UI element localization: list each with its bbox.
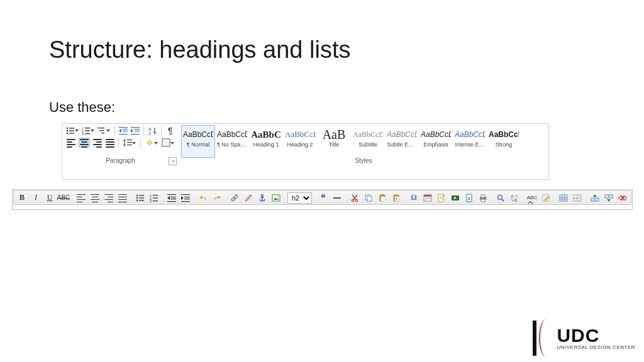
print-button[interactable] bbox=[477, 192, 489, 204]
link-button[interactable] bbox=[228, 192, 241, 204]
svg-point-36 bbox=[136, 194, 138, 195]
style-label: Emphasis bbox=[423, 141, 448, 148]
svg-point-0 bbox=[67, 128, 69, 129]
row-delete-button[interactable] bbox=[616, 192, 629, 204]
blockquote-button[interactable]: ❝ bbox=[317, 192, 330, 204]
align-left-button[interactable] bbox=[66, 138, 76, 147]
svg-marker-59 bbox=[218, 195, 221, 199]
style-tile-subtitle[interactable]: AaBbCcDSubtitle bbox=[351, 125, 385, 158]
style-label: Heading 2 bbox=[287, 141, 313, 148]
style-tile-heading-2[interactable]: AaBbCcIHeading 2 bbox=[283, 125, 317, 158]
svg-rect-18 bbox=[123, 131, 128, 131]
document-button[interactable]: a bbox=[463, 192, 475, 204]
template-button[interactable] bbox=[435, 192, 448, 204]
style-tile-subtle-em[interactable]: AaBbCcDcSubtle Em… bbox=[385, 125, 419, 158]
svg-rect-98 bbox=[481, 195, 485, 197]
borders-button[interactable] bbox=[161, 138, 171, 147]
style-tile-strong[interactable]: AaBbCcDcStrong bbox=[487, 125, 521, 158]
svg-point-2 bbox=[67, 130, 69, 132]
paste-plain-button[interactable]: T bbox=[390, 192, 402, 204]
align-right-button[interactable] bbox=[92, 138, 103, 147]
indent-button[interactable] bbox=[179, 192, 192, 204]
svg-marker-118 bbox=[607, 199, 611, 202]
cut-button[interactable] bbox=[348, 192, 361, 204]
copy-button[interactable] bbox=[362, 192, 375, 204]
svg-rect-37 bbox=[139, 195, 144, 195]
svg-text:B: B bbox=[514, 198, 518, 202]
align-right-button[interactable] bbox=[103, 192, 115, 204]
show-hide-paragraph-button[interactable]: ¶ bbox=[165, 126, 175, 136]
multilevel-list-button[interactable] bbox=[97, 126, 107, 136]
strikethrough-button[interactable]: ABC bbox=[57, 192, 70, 204]
justify-button[interactable] bbox=[105, 138, 115, 147]
block-format-select[interactable]: h2 bbox=[287, 192, 312, 204]
udc-logo: UDC UNIVERSAL DESIGN CENTER bbox=[533, 321, 635, 356]
svg-marker-19 bbox=[119, 129, 121, 133]
paragraph-dialog-launcher[interactable]: ↘ bbox=[169, 157, 177, 165]
svg-rect-56 bbox=[184, 199, 190, 199]
style-tile-no-spac[interactable]: AaBbCcDc¶ No Spac… bbox=[215, 125, 249, 158]
svg-point-75 bbox=[355, 199, 357, 201]
svg-point-100 bbox=[498, 195, 502, 199]
special-char-button[interactable]: Ω bbox=[408, 192, 420, 204]
row-after-button[interactable] bbox=[602, 192, 615, 204]
style-tile-normal[interactable]: AaBbCcDc¶ Normal bbox=[181, 125, 215, 158]
sort-button[interactable]: AZ bbox=[148, 126, 157, 136]
hr-button[interactable] bbox=[331, 192, 343, 204]
date-button[interactable] bbox=[421, 192, 434, 204]
svg-rect-31 bbox=[127, 142, 132, 143]
style-tile-intense-e[interactable]: AaBbCcDcIntense E… bbox=[453, 125, 487, 158]
svg-point-61 bbox=[233, 194, 238, 199]
redo-button[interactable] bbox=[211, 192, 223, 204]
edit-button[interactable] bbox=[540, 192, 552, 204]
shading-button[interactable] bbox=[145, 138, 155, 147]
spellcheck-button[interactable]: ABC bbox=[526, 192, 538, 204]
style-sample: AaBbCcD bbox=[353, 128, 383, 141]
svg-marker-24 bbox=[131, 129, 133, 133]
italic-button[interactable]: I bbox=[30, 192, 42, 204]
undo-button[interactable] bbox=[197, 192, 209, 204]
svg-rect-87 bbox=[427, 198, 428, 199]
line-spacing-button[interactable] bbox=[123, 138, 133, 147]
align-center-button[interactable] bbox=[89, 192, 101, 204]
style-sample: AaBbCcI bbox=[285, 128, 315, 141]
replace-button[interactable]: AB bbox=[508, 192, 521, 204]
underline-button[interactable]: U bbox=[43, 192, 56, 204]
anchor-button[interactable] bbox=[256, 192, 269, 204]
align-left-button[interactable] bbox=[75, 192, 87, 204]
logo-arc bbox=[539, 319, 557, 357]
row-before-button[interactable] bbox=[589, 192, 601, 204]
style-tile-title[interactable]: AaBTitle bbox=[317, 125, 351, 158]
svg-rect-53 bbox=[181, 194, 190, 195]
svg-rect-11 bbox=[85, 133, 90, 134]
svg-rect-21 bbox=[131, 134, 140, 134]
svg-rect-12 bbox=[97, 128, 104, 128]
outdent-button[interactable] bbox=[165, 192, 178, 204]
word-ribbon: 123 AZ bbox=[62, 123, 549, 180]
svg-rect-49 bbox=[167, 201, 176, 202]
svg-rect-22 bbox=[135, 129, 140, 129]
increase-indent-button[interactable] bbox=[131, 126, 140, 136]
numbering-button[interactable]: 123 bbox=[82, 126, 91, 136]
style-tile-emphasis[interactable]: AaBbCcDcEmphasis bbox=[419, 125, 453, 158]
svg-marker-58 bbox=[199, 195, 202, 199]
table-props-button[interactable] bbox=[571, 192, 584, 204]
paste-button[interactable] bbox=[376, 192, 389, 204]
svg-rect-80 bbox=[381, 197, 385, 201]
table-button[interactable] bbox=[557, 192, 570, 204]
ordered-list-button[interactable]: 123 bbox=[148, 192, 160, 204]
media-button[interactable] bbox=[449, 192, 462, 204]
unordered-list-button[interactable] bbox=[134, 192, 147, 204]
bullets-button[interactable] bbox=[66, 126, 75, 136]
svg-rect-23 bbox=[135, 131, 140, 131]
align-center-button[interactable] bbox=[79, 138, 90, 148]
style-sample: AaBbCcDc bbox=[217, 128, 247, 141]
svg-rect-3 bbox=[69, 130, 74, 131]
find-button[interactable] bbox=[494, 192, 507, 204]
unlink-button[interactable] bbox=[242, 192, 255, 204]
style-tile-heading-1[interactable]: AaBbCHeading 1 bbox=[249, 125, 283, 158]
image-button[interactable] bbox=[270, 192, 282, 204]
align-justify-button[interactable] bbox=[116, 192, 129, 204]
bold-button[interactable]: B bbox=[16, 192, 28, 204]
decrease-indent-button[interactable] bbox=[119, 126, 128, 136]
